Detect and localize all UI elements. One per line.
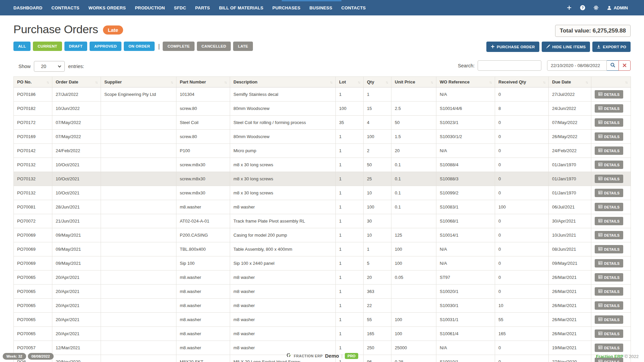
- cell-received-qty: 55: [495, 313, 549, 327]
- nav-item-works-orders[interactable]: WORKS ORDERS: [89, 5, 126, 10]
- details-button[interactable]: DETAILS: [595, 329, 623, 338]
- nav-item-parts[interactable]: PARTS: [195, 5, 210, 10]
- sort-icon: ↑↓: [386, 80, 388, 84]
- cell-due-date: 26/Mar/2021: [549, 327, 591, 341]
- details-button[interactable]: DETAILS: [595, 104, 623, 113]
- cell-order-date: 20/Apr/2021: [52, 299, 101, 313]
- details-button[interactable]: DETAILS: [595, 175, 623, 183]
- column-header-received-qty[interactable]: Received Qty↑↓: [495, 77, 549, 87]
- cell-description: 80mm Woodscrew: [230, 130, 336, 144]
- details-button[interactable]: DETAILS: [595, 217, 623, 225]
- cell-part-number: screw.80: [176, 130, 230, 144]
- filter-late[interactable]: LATE: [233, 42, 253, 51]
- nav-item-dashboard[interactable]: DASHBOARD: [13, 5, 42, 10]
- table-row: PO7006520/Apr/2021m8.washerm8 washer122S…: [14, 299, 631, 313]
- search-button[interactable]: [607, 60, 619, 71]
- filter-all[interactable]: ALL: [13, 42, 31, 51]
- date-range-input[interactable]: [547, 60, 607, 71]
- details-button[interactable]: DETAILS: [595, 287, 623, 296]
- filter-on-order[interactable]: ON ORDER: [124, 42, 155, 51]
- column-header-order-date[interactable]: Order Date↑↓: [52, 77, 101, 87]
- details-button[interactable]: DETAILS: [595, 259, 623, 267]
- cell-qty: 10: [364, 186, 391, 200]
- cell-wo-reference: N/A: [436, 242, 495, 256]
- cell-due-date: 06/Jul/2021: [549, 200, 591, 214]
- cell-order-date: 24/Feb/2022: [52, 144, 101, 158]
- cell-order-date: 10/Oct/2021: [52, 172, 101, 186]
- table-row: PO7018210/Jun/2022screw.8080mm Woodscrew…: [14, 102, 631, 116]
- svg-text:?: ?: [582, 6, 584, 10]
- cell-part-number: screw.80: [176, 102, 230, 116]
- cell-qty: 30: [364, 214, 391, 228]
- table-row: PO7006520/Apr/2021m8.washerm8 washer1200…: [14, 270, 631, 285]
- cell-po-no: PO70132: [14, 172, 52, 186]
- nav-item-sfdc[interactable]: SFDC: [174, 5, 186, 10]
- details-button[interactable]: DETAILS: [595, 273, 623, 282]
- column-header-due-date[interactable]: Due Date↑↓: [549, 77, 591, 87]
- nav-item-contracts[interactable]: CONTRACTS: [51, 5, 79, 10]
- details-button[interactable]: DETAILS: [595, 231, 623, 239]
- export-po-button[interactable]: EXPORT PO: [592, 42, 631, 52]
- column-header-qty[interactable]: Qty↑↓: [364, 77, 391, 87]
- filter-approved[interactable]: APPROVED: [90, 42, 121, 51]
- filter-draft[interactable]: DRAFT: [64, 42, 87, 51]
- cell-part-number: TBL.800x400: [176, 242, 230, 256]
- details-button[interactable]: DETAILS: [595, 118, 623, 127]
- cell-qty: 100: [364, 200, 391, 214]
- column-header-unit-price[interactable]: Unit Price↑↓: [391, 77, 436, 87]
- entries-select[interactable]: 20: [34, 61, 65, 72]
- cell-wo-reference: S10061/4: [436, 327, 495, 341]
- column-header-po-no[interactable]: PO No.↑↓: [14, 77, 52, 87]
- nav-item-production[interactable]: PRODUCTION: [135, 5, 165, 10]
- details-button[interactable]: DETAILS: [595, 301, 623, 310]
- filter-cancelled[interactable]: CANCELLED: [197, 42, 231, 51]
- details-button[interactable]: DETAILS: [595, 90, 623, 99]
- add-icon[interactable]: [567, 5, 572, 10]
- details-button[interactable]: DETAILS: [595, 146, 623, 155]
- search-input[interactable]: [478, 60, 541, 71]
- column-header-wo-reference[interactable]: WO Reference↑↓: [436, 77, 495, 87]
- cell-supplier: [101, 102, 176, 116]
- details-button[interactable]: DETAILS: [595, 245, 623, 253]
- details-button[interactable]: DETAILS: [595, 161, 623, 169]
- sort-icon: ↑↓: [171, 80, 173, 84]
- cell-part-number: m8.washer: [176, 200, 230, 214]
- nav-item-purchases[interactable]: PURCHASES: [272, 5, 300, 10]
- column-header-description[interactable]: Description↑↓: [230, 77, 336, 87]
- admin-menu[interactable]: ADMIN: [607, 5, 628, 10]
- cell-lot: 1: [336, 256, 364, 270]
- cell-lot: 1: [336, 299, 364, 313]
- cell-lot: 1: [336, 228, 364, 242]
- purchase-order-button[interactable]: PURCHASE ORDER: [486, 42, 539, 52]
- details-button[interactable]: DETAILS: [595, 189, 623, 197]
- details-button[interactable]: DETAILS: [595, 203, 623, 211]
- clear-date-button[interactable]: [619, 60, 631, 71]
- table-row: PO7007221/Jun/2021AT02-024-A-01Track fra…: [14, 214, 631, 228]
- nav-item-contacts[interactable]: CONTACTS: [341, 5, 366, 10]
- cell-part-number: AT02-024-A-01: [176, 214, 230, 228]
- column-header-details[interactable]: ↑↓: [591, 77, 631, 87]
- help-icon[interactable]: ?: [580, 5, 585, 10]
- copyright-year: © 2022: [625, 354, 639, 359]
- gear-icon[interactable]: [593, 5, 599, 10]
- filter-complete[interactable]: COMPLETE: [163, 42, 194, 51]
- sort-icon: ↑↓: [431, 80, 433, 84]
- cell-qty: 20: [364, 270, 391, 285]
- cell-part-number: m8.washer: [176, 313, 230, 327]
- details-button[interactable]: DETAILS: [595, 315, 623, 324]
- column-header-part-number[interactable]: Part Number↑↓: [176, 77, 230, 87]
- sort-icon: ↑↓: [330, 80, 332, 84]
- table-row: PO7014224/Feb/2022P100Micro pump1220N/A0…: [14, 144, 631, 158]
- details-icon: [598, 275, 602, 280]
- nav-item-business[interactable]: BUSINESS: [310, 5, 332, 10]
- column-header-lot[interactable]: Lot↑↓: [336, 77, 364, 87]
- cell-details: DETAILS: [591, 256, 631, 270]
- column-header-supplier[interactable]: Supplier↑↓: [101, 77, 176, 87]
- nav-item-bill-of-materials[interactable]: BILL OF MATERIALS: [219, 5, 263, 10]
- cell-po-no: PO70065: [14, 299, 52, 313]
- hide-line-items-button[interactable]: HIDE LINE ITEMS: [542, 42, 590, 52]
- filter-current[interactable]: CURRENT: [33, 42, 62, 51]
- cell-unit-price: [391, 214, 436, 228]
- cell-received-qty: 0: [495, 285, 549, 299]
- details-button[interactable]: DETAILS: [595, 132, 623, 141]
